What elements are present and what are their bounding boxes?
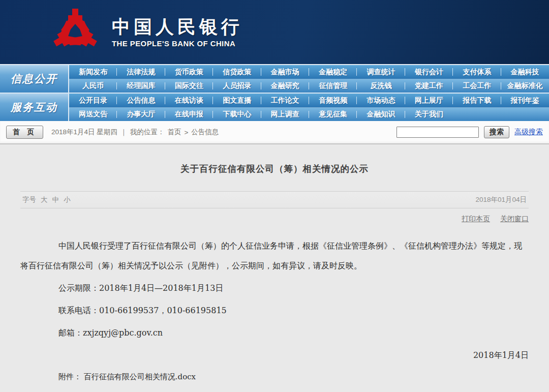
nav-item-financial-standards[interactable]: 金融标准化: [501, 79, 549, 93]
main-navigation: 信息公开 新闻发布 法律法规 货币政策 信贷政策 金融市场 金融稳定 调查统计 …: [0, 64, 549, 121]
site-banner: 中国人民银行 THE PEOPLE'S BANK OF CHINA: [0, 0, 549, 64]
nav-item-international[interactable]: 国际交往: [165, 79, 213, 93]
nav-item-renminbi[interactable]: 人民币: [69, 79, 117, 93]
nav-item-payment-system[interactable]: 支付体系: [453, 65, 501, 79]
nav-item-online-exhibition[interactable]: 网上展厅: [405, 94, 453, 107]
nav-item-survey-statistics[interactable]: 调查统计: [357, 65, 405, 79]
nav-item-research[interactable]: 金融研究: [261, 79, 309, 93]
location-label: 我的位置：: [130, 128, 165, 137]
pboc-logo-icon[interactable]: [50, 7, 101, 57]
nav-item-audio-video[interactable]: 音频视频: [309, 94, 357, 107]
page-title: 关于百行征信有限公司（筹）相关情况的公示: [20, 163, 529, 175]
nav-item-announcements[interactable]: 公告信息: [117, 94, 165, 107]
nav-item-market-dynamics[interactable]: 市场动态: [357, 94, 405, 107]
nav-row: 公开目录 公告信息 在线访谈 图文直播 工作论文 音频视频 市场动态 网上展厅 …: [69, 94, 549, 107]
nav-item-public-catalog[interactable]: 公开目录: [69, 94, 117, 107]
nav-item-empty: [453, 108, 501, 121]
attachment-label: 附件：: [58, 372, 81, 381]
article-page: 关于百行征信有限公司（筹）相关情况的公示 字号 大 中 小 2018年01月04…: [0, 144, 549, 384]
search-button[interactable]: 搜索: [484, 126, 509, 138]
nav-item-live-broadcast[interactable]: 图文直播: [213, 94, 261, 107]
nav-item-anti-money-laundering[interactable]: 反洗钱: [357, 79, 405, 93]
article-body: 中国人民银行受理了百行征信有限公司（筹）的个人征信业务申请，根据《征信业管理条例…: [20, 236, 529, 384]
nav-item-report-download[interactable]: 报告下载: [453, 94, 501, 107]
font-size-medium-button[interactable]: 中: [52, 195, 59, 204]
nav-header-info-disclosure[interactable]: 信息公开: [0, 65, 68, 93]
site-title-en: THE PEOPLE'S BANK OF CHINA: [112, 39, 243, 48]
breadcrumb: 2018年1月4日 星期四 ｜ 我的位置： 首页 > 公告信息: [51, 128, 219, 137]
attachment-link[interactable]: 百行征信有限公司相关情况.docx: [84, 372, 196, 381]
nav-item-credit-policy[interactable]: 信贷政策: [213, 65, 261, 79]
breadcrumb-current-page[interactable]: 公告信息: [191, 128, 219, 137]
home-button[interactable]: 首 页: [6, 126, 43, 139]
site-brand[interactable]: 中国人民银行 THE PEOPLE'S BANK OF CHINA: [112, 16, 243, 47]
breadcrumb-path-separator: >: [184, 129, 188, 136]
nav-header-service-interaction[interactable]: 服务互动: [0, 94, 68, 121]
nav-item-financial-stability[interactable]: 金融稳定: [309, 65, 357, 79]
nav-item-about-us[interactable]: 关于我们: [405, 108, 453, 121]
nav-item-monetary-policy[interactable]: 货币政策: [165, 65, 213, 79]
sign-date: 2018年1月4日: [20, 345, 529, 365]
font-size-large-button[interactable]: 大: [41, 195, 48, 204]
email-line: 邮箱：zxjzqyj@pbc.gov.cn: [20, 323, 529, 343]
article-meta-row: 字号 大 中 小 2018年01月04日: [20, 191, 529, 208]
breadcrumb-separator: ｜: [120, 128, 127, 137]
nav-item-download-center[interactable]: 下载中心: [213, 108, 261, 121]
breadcrumb-home-link[interactable]: 首页: [167, 128, 181, 137]
nav-item-empty: [501, 108, 549, 121]
breadcrumb-bar: 首 页 2018年1月4日 星期四 ｜ 我的位置： 首页 > 公告信息 搜索 高…: [0, 121, 549, 144]
nav-item-service-hall[interactable]: 办事大厅: [117, 108, 165, 121]
nav-item-credit-management[interactable]: 征信管理: [309, 79, 357, 93]
nav-section-service-interaction: 服务互动 公开目录 公告信息 在线访谈 图文直播 工作论文 音频视频 市场动态 …: [0, 93, 549, 121]
font-size-small-button[interactable]: 小: [64, 195, 71, 204]
publicity-period-line: 公示期限：2018年1月4日—2018年1月13日: [20, 278, 529, 298]
nav-item-news[interactable]: 新闻发布: [69, 65, 117, 79]
contact-phone-line: 联系电话：010-66199537，010-66195815: [20, 300, 529, 320]
site-title-cn: 中国人民银行: [112, 16, 243, 37]
nav-item-periodicals[interactable]: 报刊年鉴: [501, 94, 549, 107]
nav-item-online-interview[interactable]: 在线访谈: [165, 94, 213, 107]
nav-item-online-declaration[interactable]: 在线申报: [165, 108, 213, 121]
publish-date: 2018年01月04日: [475, 195, 527, 204]
nav-item-laws[interactable]: 法律法规: [117, 65, 165, 79]
nav-item-opinion-solicitation[interactable]: 意见征集: [309, 108, 357, 121]
nav-section-info-disclosure: 信息公开 新闻发布 法律法规 货币政策 信贷政策 金融市场 金融稳定 调查统计 …: [0, 65, 549, 93]
nav-row: 新闻发布 法律法规 货币政策 信贷政策 金融市场 金融稳定 调查统计 银行会计 …: [69, 65, 549, 79]
attachment-row: 附件： 百行征信有限公司相关情况.docx: [20, 369, 529, 384]
search-input[interactable]: [396, 127, 479, 138]
search-area: 搜索 高级搜索: [396, 126, 543, 138]
nav-item-bank-accounting[interactable]: 银行会计: [405, 65, 453, 79]
advanced-search-link[interactable]: 高级搜索: [514, 128, 543, 137]
nav-item-financial-market[interactable]: 金融市场: [261, 65, 309, 79]
nav-row: 网送文告 办事大厅 在线申报 下载中心 网上调查 意见征集 金融知识 关于我们: [69, 107, 549, 121]
nav-item-web-notices[interactable]: 网送文告: [69, 108, 117, 121]
font-size-controls: 字号 大 中 小: [22, 195, 71, 204]
nav-item-online-survey[interactable]: 网上调查: [261, 108, 309, 121]
nav-row: 人民币 经理国库 国际交往 人员招录 金融研究 征信管理 反洗钱 党建工作 工会…: [69, 79, 549, 93]
nav-item-working-papers[interactable]: 工作论文: [261, 94, 309, 107]
close-window-link[interactable]: 关闭窗口: [500, 215, 529, 224]
page-actions: 打印本页 关闭窗口: [20, 215, 529, 224]
current-date-text: 2018年1月4日 星期四: [51, 128, 117, 137]
nav-item-fintech[interactable]: 金融科技: [501, 65, 549, 79]
nav-item-union-work[interactable]: 工会工作: [453, 79, 501, 93]
print-page-link[interactable]: 打印本页: [462, 215, 490, 224]
nav-item-treasury[interactable]: 经理国库: [117, 79, 165, 93]
nav-item-financial-knowledge[interactable]: 金融知识: [357, 108, 405, 121]
article-paragraph: 中国人民银行受理了百行征信有限公司（筹）的个人征信业务申请，根据《征信业管理条例…: [20, 236, 529, 276]
font-size-label: 字号: [22, 195, 36, 204]
nav-item-recruitment[interactable]: 人员招录: [213, 79, 261, 93]
nav-item-party-building[interactable]: 党建工作: [405, 79, 453, 93]
